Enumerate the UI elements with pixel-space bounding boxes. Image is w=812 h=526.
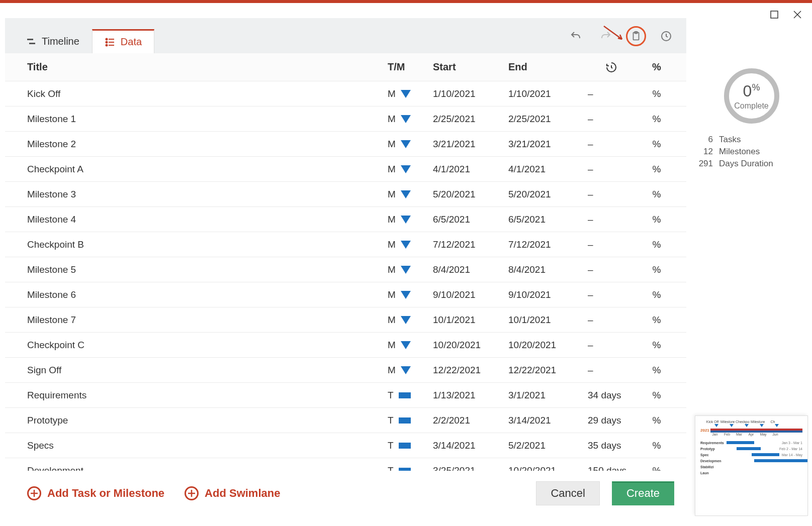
cell-percent: %: [639, 365, 674, 376]
timeline-icon: [26, 36, 37, 47]
cell-duration: –: [584, 264, 639, 275]
table-row[interactable]: Milestone 4M6/5/20216/5/2021–%: [5, 207, 686, 232]
stat-dur-l: Days Duration: [719, 159, 808, 169]
progress-unit: %: [752, 82, 760, 92]
preview-milestone-label: Ch: [766, 420, 780, 424]
cell-tm: T: [388, 440, 433, 451]
table-row[interactable]: Kick OffM1/10/20211/10/2021–%: [5, 81, 686, 107]
table-row[interactable]: DevelopmentT3/25/202110/20/2021150 days%: [5, 458, 686, 471]
cell-duration: –: [584, 365, 639, 376]
preview-task-row: Developmen: [700, 458, 802, 464]
cell-duration: –: [584, 164, 639, 175]
table-row[interactable]: Sign OffM12/22/202112/22/2021–%: [5, 358, 686, 383]
cell-tm: M: [388, 365, 433, 376]
cell-title: Milestone 5: [27, 264, 388, 275]
table-row[interactable]: Milestone 3M5/20/20215/20/2021–%: [5, 182, 686, 207]
cell-percent: %: [639, 314, 674, 326]
history-button[interactable]: [656, 26, 676, 46]
preview-month-label: Apr: [746, 433, 757, 436]
preview-task-row: SpecMar 14 - May: [700, 452, 802, 458]
cell-end: 10/20/2021: [508, 340, 584, 351]
cell-percent: %: [639, 239, 674, 250]
cell-duration: –: [584, 114, 639, 125]
add-swimlane-label: Add Swimlane: [205, 487, 280, 500]
cell-start: 4/1/2021: [433, 164, 508, 175]
task-icon: [399, 392, 411, 398]
col-tm: T/M: [388, 61, 433, 73]
stat-ms-n: 12: [695, 147, 717, 157]
cell-percent: %: [639, 189, 674, 200]
cell-start: 2/2/2021: [433, 415, 508, 426]
cell-tm: M: [388, 139, 433, 150]
cell-duration: 29 days: [584, 415, 639, 426]
cell-percent: %: [639, 440, 674, 451]
cell-percent: %: [639, 390, 674, 401]
table-row[interactable]: RequirementsT1/13/20213/1/202134 days%: [5, 383, 686, 408]
preview-month-label: Mar: [734, 433, 745, 436]
undo-button[interactable]: [566, 26, 586, 46]
cell-tm: M: [388, 340, 433, 351]
cell-end: 5/2/2021: [508, 440, 584, 451]
milestone-icon: [401, 341, 411, 349]
tab-label: Data: [121, 36, 142, 48]
cell-start: 3/21/2021: [433, 139, 508, 150]
table-row[interactable]: Checkpoint CM10/20/202110/20/2021–%: [5, 333, 686, 358]
table-row[interactable]: Milestone 7M10/1/202110/1/2021–%: [5, 307, 686, 333]
cell-start: 5/20/2021: [433, 189, 508, 200]
cell-tm: M: [388, 164, 433, 175]
cell-percent: %: [639, 139, 674, 150]
cell-title: Milestone 1: [27, 114, 388, 125]
preview-task-row: RequirementsJan 3 - Mar 1: [700, 440, 802, 446]
tab-timeline[interactable]: Timeline: [13, 29, 92, 53]
cell-end: 10/20/2021: [508, 465, 584, 471]
table-row[interactable]: Checkpoint AM4/1/20214/1/2021–%: [5, 157, 686, 182]
cell-start: 3/25/2021: [433, 465, 508, 471]
preview-task-row: Stabilizi: [700, 464, 802, 470]
annotation-arrow-icon: [603, 25, 626, 43]
progress-donut: 0% Complete: [724, 68, 779, 124]
cell-percent: %: [639, 114, 674, 125]
cell-tm: T: [388, 390, 433, 401]
footer: Add Task or Milestone Add Swimlane Cance…: [5, 471, 686, 516]
create-button[interactable]: Create: [612, 481, 674, 505]
cell-start: 1/13/2021: [433, 390, 508, 401]
cell-title: Prototype: [27, 415, 388, 426]
cell-tm: M: [388, 114, 433, 125]
close-icon[interactable]: [793, 10, 802, 19]
preview-milestone-icon: [730, 424, 734, 427]
cancel-button[interactable]: Cancel: [536, 481, 599, 505]
table-row[interactable]: Milestone 2M3/21/20213/21/2021–%: [5, 132, 686, 157]
cell-percent: %: [639, 88, 674, 99]
table-row[interactable]: Milestone 1M2/25/20212/25/2021–%: [5, 107, 686, 132]
table-row[interactable]: PrototypeT2/2/20213/14/202129 days%: [5, 408, 686, 433]
svg-rect-4: [29, 43, 35, 44]
cell-duration: 35 days: [584, 440, 639, 451]
table-row[interactable]: Milestone 5M8/4/20218/4/2021–%: [5, 257, 686, 282]
cell-tm: T: [388, 465, 433, 471]
add-swimlane-button[interactable]: Add Swimlane: [185, 486, 280, 500]
cell-title: Checkpoint A: [27, 164, 388, 175]
cell-title: Kick Off: [27, 88, 388, 99]
cell-start: 1/10/2021: [433, 88, 508, 99]
cell-start: 6/5/2021: [433, 214, 508, 225]
task-icon: [399, 443, 411, 449]
cell-end: 2/25/2021: [508, 114, 584, 125]
cell-tm: M: [388, 289, 433, 300]
table-row[interactable]: Milestone 6M9/10/20219/10/2021–%: [5, 282, 686, 307]
cell-title: Milestone 3: [27, 189, 388, 200]
tab-data[interactable]: Data: [92, 29, 154, 53]
cell-end: 3/1/2021: [508, 390, 584, 401]
table-row[interactable]: Checkpoint BM7/12/20217/12/2021–%: [5, 232, 686, 257]
paste-button[interactable]: [626, 26, 646, 46]
preview-task-row: PrototypFeb 2 - Mar 14: [700, 446, 802, 452]
table-row[interactable]: SpecsT3/14/20215/2/202135 days%: [5, 433, 686, 458]
milestone-icon: [401, 165, 411, 173]
task-icon: [399, 417, 411, 424]
maximize-icon[interactable]: [770, 10, 779, 19]
col-end: End: [508, 61, 584, 73]
cell-start: 7/12/2021: [433, 239, 508, 250]
cell-start: 2/25/2021: [433, 114, 508, 125]
add-task-button[interactable]: Add Task or Milestone: [27, 486, 164, 500]
preview-milestone-icon: [775, 424, 779, 427]
cell-end: 4/1/2021: [508, 164, 584, 175]
